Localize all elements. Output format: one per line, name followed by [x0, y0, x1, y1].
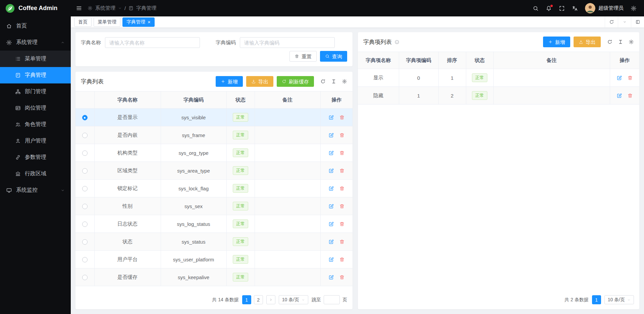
- dict-table-row[interactable]: 日志状态sys_log_status正常: [75, 215, 353, 233]
- edit-icon[interactable]: [328, 239, 334, 245]
- delete-icon[interactable]: [339, 132, 345, 138]
- dict-table-row[interactable]: 状态sys_status正常: [75, 233, 353, 251]
- delete-icon[interactable]: [339, 257, 345, 262]
- sidebar-item-menu[interactable]: 菜单管理: [0, 51, 71, 67]
- app-logo[interactable]: Coffee Admin: [0, 0, 71, 16]
- delete-icon[interactable]: [627, 75, 633, 81]
- dict-table-row[interactable]: 用户平台sys_user_platform正常: [75, 251, 353, 268]
- tab-menu[interactable]: 菜单管理: [94, 17, 120, 27]
- collapse-sidebar-icon[interactable]: [76, 5, 82, 11]
- column-settings-icon[interactable]: [342, 79, 347, 84]
- breadcrumb-level1[interactable]: 系统管理: [95, 5, 115, 11]
- dict-table-row[interactable]: 是否内嵌sys_frame正常: [75, 126, 353, 144]
- edit-icon[interactable]: [616, 75, 622, 81]
- dict-table-row[interactable]: 性别sys_sex正常: [75, 197, 353, 215]
- tab-actions-dropdown[interactable]: [618, 16, 631, 27]
- row-select-radio[interactable]: [82, 150, 88, 156]
- sidebar-item-monitor[interactable]: 系统监控: [0, 182, 71, 198]
- sidebar-item-home[interactable]: 首页: [0, 18, 71, 34]
- edit-icon[interactable]: [328, 168, 334, 174]
- row-select-radio[interactable]: [82, 186, 88, 191]
- topbar-actions: 超级管理员: [533, 3, 637, 13]
- delete-icon[interactable]: [339, 221, 345, 227]
- edit-icon[interactable]: [328, 221, 334, 227]
- dict-table-row[interactable]: 锁定标记sys_lock_flag正常: [75, 180, 353, 197]
- row-select-radio[interactable]: [82, 222, 88, 227]
- refresh-cache-button[interactable]: 刷新缓存: [277, 76, 314, 87]
- fullscreen-icon[interactable]: [559, 5, 565, 11]
- dict-item-table-row[interactable]: 隐藏12正常: [358, 87, 639, 105]
- next-page-button[interactable]: [266, 295, 275, 304]
- item-remark-cell: [493, 87, 610, 105]
- page-size-select[interactable]: 10 条/页: [279, 295, 308, 304]
- page-button-1[interactable]: 1: [592, 295, 601, 304]
- dict-table-row[interactable]: 是否显示sys_visible正常: [75, 109, 353, 126]
- settings-gear-icon[interactable]: [631, 5, 637, 11]
- tab-dict[interactable]: 字典管理×: [122, 17, 155, 27]
- density-icon[interactable]: [618, 39, 623, 45]
- dict-table-row[interactable]: 区域类型sys_area_type正常: [75, 162, 353, 180]
- row-select-radio[interactable]: [82, 239, 88, 245]
- sidebar-item-dept[interactable]: 部门管理: [0, 83, 71, 100]
- translate-icon[interactable]: [572, 5, 578, 11]
- add-dict-button[interactable]: 新增: [216, 76, 243, 87]
- user-menu[interactable]: 超级管理员: [585, 3, 624, 13]
- tab-home[interactable]: 首页: [74, 17, 92, 27]
- column-settings-icon[interactable]: [629, 39, 634, 45]
- row-select-radio[interactable]: [82, 275, 88, 280]
- edit-icon[interactable]: [328, 274, 334, 280]
- page-size-select[interactable]: 10 条/页: [604, 295, 634, 304]
- row-select-radio[interactable]: [82, 168, 88, 174]
- row-select-radio[interactable]: [82, 115, 88, 120]
- dict-code-input[interactable]: [240, 37, 335, 48]
- reset-button[interactable]: 重置: [289, 51, 317, 62]
- delete-icon[interactable]: [339, 186, 345, 191]
- reset-label: 重置: [302, 54, 312, 59]
- edit-icon[interactable]: [328, 150, 334, 156]
- sidebar-item-region[interactable]: 行政区域: [0, 166, 71, 182]
- edit-icon[interactable]: [328, 186, 334, 191]
- refresh-icon: [609, 19, 614, 24]
- density-icon[interactable]: [331, 79, 336, 84]
- tab-close-icon[interactable]: ×: [148, 19, 151, 24]
- delete-icon[interactable]: [339, 203, 345, 209]
- delete-icon[interactable]: [339, 115, 345, 120]
- sidebar-item-role[interactable]: 角色管理: [0, 116, 71, 133]
- edit-icon[interactable]: [328, 132, 334, 138]
- page-button-2[interactable]: 2: [254, 295, 263, 304]
- delete-icon[interactable]: [627, 93, 633, 99]
- edit-icon[interactable]: [328, 257, 334, 262]
- edit-icon[interactable]: [328, 203, 334, 209]
- search-icon[interactable]: [533, 5, 539, 11]
- query-button[interactable]: 查询: [320, 51, 347, 62]
- refresh-tab-button[interactable]: [605, 16, 618, 27]
- jump-page-input[interactable]: [324, 295, 340, 304]
- dict-table-row[interactable]: 是否缓存sys_keepalive正常: [75, 268, 353, 286]
- layout-toggle-button[interactable]: [631, 16, 644, 27]
- delete-icon[interactable]: [339, 274, 345, 280]
- dict-table-row[interactable]: 机构类型sys_org_type正常: [75, 144, 353, 162]
- breadcrumb-level2[interactable]: 字典管理: [136, 5, 156, 11]
- notifications-button[interactable]: [546, 5, 552, 11]
- refresh-table-icon[interactable]: [320, 79, 326, 84]
- sidebar-item-system[interactable]: 系统管理: [0, 34, 71, 51]
- refresh-table-icon[interactable]: [607, 39, 612, 45]
- edit-icon[interactable]: [616, 93, 622, 99]
- add-dict-item-button[interactable]: 新增: [543, 37, 570, 47]
- dict-item-table-row[interactable]: 显示01正常: [358, 69, 639, 87]
- delete-icon[interactable]: [339, 239, 345, 245]
- sidebar-item-post[interactable]: 岗位管理: [0, 100, 71, 116]
- row-select-radio[interactable]: [82, 204, 88, 209]
- export-dict-button[interactable]: 导出: [246, 76, 273, 87]
- sidebar-item-param[interactable]: 参数管理: [0, 149, 71, 166]
- sidebar-item-dict[interactable]: 字典管理: [0, 67, 71, 83]
- page-button-1[interactable]: 1: [242, 295, 251, 304]
- row-select-radio[interactable]: [82, 257, 88, 262]
- edit-icon[interactable]: [328, 115, 334, 120]
- dict-name-input[interactable]: [105, 37, 200, 48]
- row-select-radio[interactable]: [82, 133, 88, 138]
- export-dict-item-button[interactable]: 导出: [574, 37, 601, 47]
- sidebar-item-user[interactable]: 用户管理: [0, 133, 71, 149]
- delete-icon[interactable]: [339, 168, 345, 174]
- delete-icon[interactable]: [339, 150, 345, 156]
